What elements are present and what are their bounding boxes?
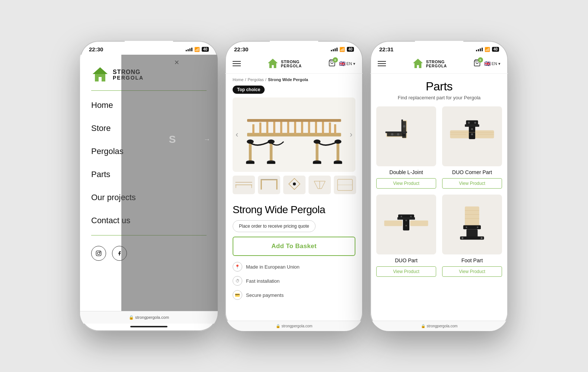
thumb-4[interactable] [309,176,331,194]
phone1-time: 22:30 [89,46,103,52]
svg-point-81 [405,225,407,227]
svg-rect-16 [252,124,255,135]
feature-eu-label: Made in European Union [246,264,300,270]
carousel-right-arrow[interactable]: › [350,130,352,140]
svg-point-89 [481,237,482,238]
lang-label3: EN [492,61,497,66]
phone1-url-bar: 🔒 strongpergola.com [80,311,218,324]
svg-rect-65 [465,124,479,126]
svg-rect-29 [247,119,341,122]
feature-made-in-eu: 📍 Made in European Union [233,262,355,272]
svg-rect-36 [267,162,275,164]
instagram-icon[interactable] [91,246,106,261]
thumb-1[interactable] [233,176,255,194]
close-button[interactable]: × [175,58,179,67]
battery-icon2: 40 [347,47,354,52]
menu-overlay: S → [121,55,218,324]
svg-rect-39 [236,182,252,183]
signal-icon [186,48,192,51]
phone2-url-bar: 🔒 strongpergola.com [225,321,363,331]
part-name-duo-corner: DUO Corner Part [452,169,492,175]
location-icon: 📍 [233,262,242,272]
phone3-status-icons: 📶 40 [476,47,499,52]
phone1-content: STRONG PERGOLA Home Store Pergolas Parts… [80,55,218,324]
overlay-arrow-icon: → [204,136,210,144]
hamburger-menu[interactable] [233,61,241,66]
svg-rect-17 [259,122,262,135]
svg-rect-10 [316,142,318,163]
view-product-btn-double-l-joint[interactable]: View Product [376,178,436,189]
svg-rect-22 [294,120,296,135]
svg-point-91 [477,227,478,228]
breadcrumb-home[interactable]: Home [233,77,243,82]
header-strong3: STRONG [426,60,447,64]
cart-badge: 0 [333,57,338,62]
svg-rect-44 [277,180,278,190]
header-pergola: PERGOLA [281,64,302,68]
svg-rect-8 [336,142,339,163]
header-strong: STRONG [281,60,302,64]
lock-icon2: 🔒 [276,324,280,328]
lang-selector3[interactable]: 🇬🇧 EN ▾ [484,61,501,67]
svg-rect-24 [308,121,310,135]
product-features: 📍 Made in European Union ⏱ Fast installa… [225,262,363,312]
signal-icon2 [331,48,338,51]
part-name-double-l-joint: Double L-Joint [389,169,423,175]
svg-point-79 [410,216,412,217]
view-product-btn-foot-part[interactable]: View Product [442,266,502,277]
part-image-double-l-joint [376,106,436,166]
svg-point-56 [391,133,393,135]
svg-rect-27 [329,122,331,135]
svg-rect-20 [280,121,282,135]
overlay-content: S → [150,130,218,149]
svg-rect-25 [315,121,317,135]
svg-rect-77 [397,217,415,219]
view-product-btn-duo-part[interactable]: View Product [376,266,436,277]
wifi-icon3: 📶 [485,47,490,52]
phone1: 22:30 📶 40 STRONG [80,41,218,331]
phone2-scrollable[interactable]: Home / Pergolas / Strong Wide Pergola To… [225,74,363,324]
part-card-foot-part: Foot Part View Product [442,195,502,277]
breadcrumb-current: Strong Wide Pergola [268,77,308,82]
breadcrumb-pergolas[interactable]: Pergolas [247,77,263,82]
phone3-header: STRONG PERGOLA 0 🇬🇧 EN ▾ [370,55,508,74]
part-card-duo-corner: DUO Corner Part View Product [442,106,502,189]
header-logo-icon3 [412,58,424,70]
battery-icon3: 40 [492,47,499,52]
svg-rect-43 [261,180,262,190]
svg-point-4 [100,252,100,252]
thumb-2[interactable] [258,176,280,194]
top-choice-badge: Top choice [233,86,265,94]
lang-label: EN [346,61,352,66]
feature-secure-payments: 💳 Secure payments [233,290,355,300]
lang-selector[interactable]: 🇬🇧 EN ▾ [339,61,355,67]
thumb-3[interactable] [283,176,306,194]
svg-point-3 [98,252,100,255]
carousel-left-arrow[interactable]: ‹ [236,130,238,140]
phone2-notch [270,41,318,51]
cart-icon3[interactable]: 0 [473,59,481,68]
header-logo3: STRONG PERGOLA [412,58,447,70]
flag-icon: 🇬🇧 [339,61,345,67]
chevron-down-icon: ▾ [353,61,355,66]
add-to-basket-button[interactable]: Add To Basket [233,237,355,256]
thumb-5[interactable] [334,176,356,194]
hamburger-menu3[interactable] [378,61,386,66]
part-image-foot-part [442,195,502,254]
svg-rect-18 [266,121,268,135]
header-pergola3: PERGOLA [426,64,447,68]
view-product-btn-duo-corner[interactable]: View Product [442,178,502,189]
svg-point-46 [293,183,296,186]
header-logo-icon [267,58,279,70]
svg-point-68 [471,128,473,130]
svg-rect-85 [460,237,484,240]
duo-corner-svg [448,112,496,160]
svg-point-88 [462,237,463,238]
svg-rect-23 [301,120,303,135]
cart-icon[interactable]: 0 [328,59,336,68]
feature-secure-label: Secure payments [246,292,284,298]
phone3-url-bar: 🔒 strongpergola.com [370,321,508,331]
phone3-scrollable[interactable]: Parts Find replacement part for your Per… [370,74,508,324]
part-card-duo-part: DUO Part View Product [376,195,436,277]
signal-icon3 [476,48,483,51]
